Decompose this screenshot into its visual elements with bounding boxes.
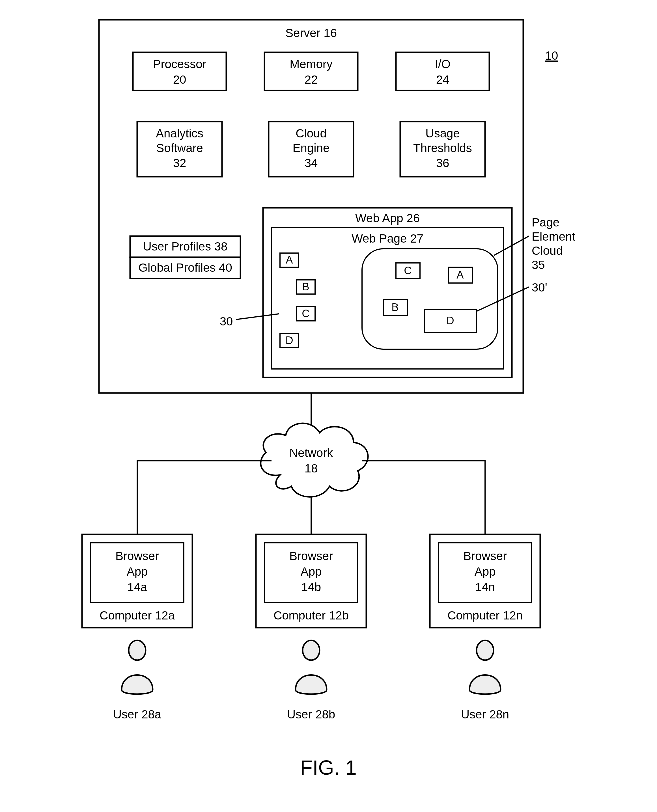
webpage-title: Web Page 27 (352, 232, 423, 245)
client-a: Browser App 14a Computer 12a (82, 534, 192, 628)
io-l1: I/O (435, 58, 450, 71)
server-title: Server 16 (285, 26, 337, 40)
pe-l4: 35 (532, 258, 545, 271)
pe-l2: Element (532, 230, 575, 243)
webapp-title: Web App 26 (355, 212, 420, 225)
usage-l3: 36 (436, 156, 449, 170)
client-a-browser-l1: Browser (115, 549, 159, 563)
network-l1: Network (289, 446, 333, 459)
client-b-browser-l1: Browser (289, 549, 333, 563)
client-n-browser-l2: App (475, 565, 496, 578)
element-c-cloud-label: C (404, 264, 411, 277)
memory-l1: Memory (290, 58, 333, 71)
client-n-browser-l3: 14n (475, 580, 495, 594)
client-b-computer: Computer 12b (274, 609, 349, 622)
usage-l1: Usage (425, 127, 459, 140)
element-b-left-label: B (302, 281, 309, 292)
analytics-l3: 32 (173, 156, 186, 170)
client-a-browser-l2: App (127, 565, 148, 578)
user-b-label: User 28b (287, 708, 335, 721)
cloudeng-l2: Engine (293, 142, 330, 155)
client-b-browser-l2: App (300, 565, 322, 578)
global-profiles-label: Global Profiles 40 (138, 261, 232, 274)
user-icon-b (296, 640, 327, 694)
svg-point-11 (129, 640, 146, 660)
element-c-left-label: C (302, 308, 310, 319)
svg-point-13 (476, 640, 494, 660)
network-cloud (261, 423, 368, 497)
network-l2: 18 (305, 462, 318, 475)
processor-l2: 20 (173, 73, 186, 86)
analytics-l1: Analytics (156, 127, 203, 140)
client-a-browser-l3: 14a (127, 580, 147, 594)
element-b-cloud-label: B (391, 302, 399, 313)
analytics-l2: Software (156, 142, 203, 155)
client-a-computer: Computer 12a (100, 609, 175, 622)
element-a-cloud-label: A (456, 269, 464, 281)
element-d-cloud-label: D (446, 315, 454, 327)
user-icon-a (121, 640, 153, 694)
memory-l2: 22 (305, 73, 318, 86)
client-b: Browser App 14b Computer 12b (256, 534, 366, 628)
user-n-label: User 28n (461, 708, 509, 721)
user-icon-n (470, 640, 501, 694)
page-element-cloud (362, 249, 498, 349)
io-l2: 24 (436, 73, 449, 86)
svg-point-12 (303, 640, 319, 660)
cloudeng-l1: Cloud (296, 127, 327, 140)
ref-10: 10 (545, 49, 558, 62)
client-b-browser-l3: 14b (301, 580, 321, 594)
client-n-computer: Computer 12n (447, 609, 523, 622)
user-profiles-label: User Profiles 38 (143, 240, 228, 253)
client-n: Browser App 14n Computer 12n (430, 534, 540, 628)
pe-l1: Page (532, 216, 559, 229)
processor-l1: Processor (153, 58, 206, 71)
figure-label: FIG. 1 (300, 756, 357, 779)
pe-l3: Cloud (532, 244, 563, 257)
client-n-browser-l1: Browser (463, 549, 507, 563)
cloudeng-l3: 34 (305, 156, 318, 170)
svg-line-0 (236, 314, 279, 319)
element-d-left-label: D (285, 334, 293, 346)
element-a-left-label: A (286, 254, 293, 266)
ref-30: 30 (220, 315, 233, 328)
usage-l2: Thresholds (413, 142, 472, 155)
user-a-label: User 28a (113, 708, 162, 721)
ref-30p: 30' (532, 281, 547, 294)
